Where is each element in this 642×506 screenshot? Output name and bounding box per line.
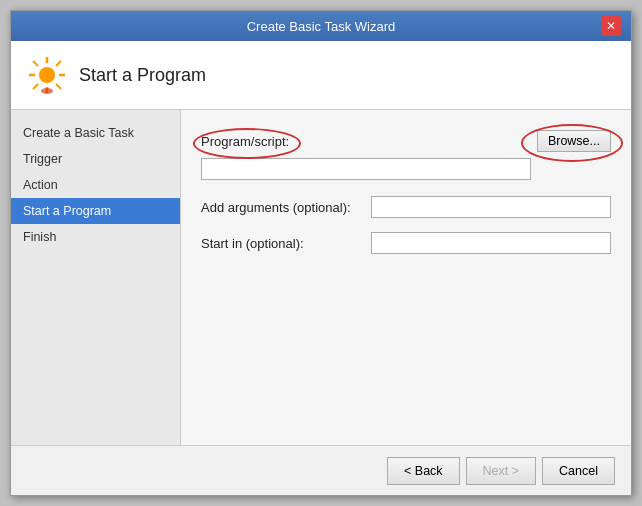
sidebar: Create a Basic Task Trigger Action Start… bbox=[11, 110, 181, 445]
program-script-label: Program/script: bbox=[201, 134, 289, 149]
add-arguments-row: Add arguments (optional): bbox=[201, 196, 611, 218]
wizard-window: Create Basic Task Wizard ✕ Start a Progr… bbox=[10, 10, 632, 496]
window-title: Create Basic Task Wizard bbox=[41, 19, 601, 34]
svg-line-6 bbox=[56, 61, 61, 66]
start-in-label: Start in (optional): bbox=[201, 236, 371, 251]
svg-line-5 bbox=[33, 61, 38, 66]
title-bar: Create Basic Task Wizard ✕ bbox=[11, 11, 631, 41]
script-input-row bbox=[201, 158, 611, 180]
program-script-input[interactable] bbox=[201, 158, 531, 180]
main-content: Program/script: Browse... Add arguments … bbox=[181, 110, 631, 445]
svg-point-9 bbox=[41, 88, 53, 94]
start-in-input[interactable] bbox=[371, 232, 611, 254]
page-title: Start a Program bbox=[79, 65, 206, 86]
svg-point-0 bbox=[39, 67, 55, 83]
add-arguments-input[interactable] bbox=[371, 196, 611, 218]
next-button[interactable]: Next > bbox=[466, 457, 536, 485]
sidebar-item-trigger: Trigger bbox=[11, 146, 180, 172]
add-arguments-label: Add arguments (optional): bbox=[201, 200, 371, 215]
sidebar-item-action: Action bbox=[11, 172, 180, 198]
back-button[interactable]: < Back bbox=[387, 457, 460, 485]
content-area: Create a Basic Task Trigger Action Start… bbox=[11, 110, 631, 445]
close-button[interactable]: ✕ bbox=[601, 16, 621, 36]
svg-line-8 bbox=[56, 84, 61, 89]
footer: < Back Next > Cancel bbox=[11, 445, 631, 495]
sidebar-item-finish: Finish bbox=[11, 224, 180, 250]
browse-button[interactable]: Browse... bbox=[537, 130, 611, 152]
browse-btn-wrapper: Browse... bbox=[529, 130, 611, 152]
sidebar-item-create-basic-task: Create a Basic Task bbox=[11, 120, 180, 146]
sidebar-item-start-a-program: Start a Program bbox=[11, 198, 180, 224]
wizard-icon bbox=[27, 55, 67, 95]
start-in-row: Start in (optional): bbox=[201, 232, 611, 254]
svg-line-7 bbox=[33, 84, 38, 89]
wizard-header: Start a Program bbox=[11, 41, 631, 110]
cancel-button[interactable]: Cancel bbox=[542, 457, 615, 485]
